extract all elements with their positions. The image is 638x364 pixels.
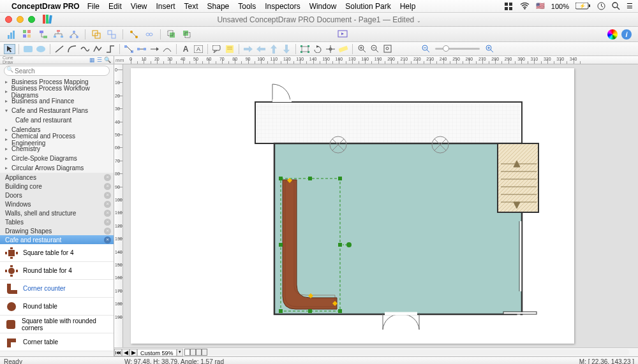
ellipse-tool-icon[interactable] xyxy=(35,44,47,54)
link-icon[interactable] xyxy=(143,29,156,40)
curved-connector-icon[interactable] xyxy=(161,44,173,54)
measure-icon[interactable] xyxy=(338,44,349,54)
lib-item[interactable]: ▸Chemical and Process Engineering xyxy=(0,135,114,144)
search-input[interactable] xyxy=(4,66,110,76)
grid-view-icon[interactable]: ▦ xyxy=(89,57,95,63)
connector-icon[interactable] xyxy=(128,29,140,40)
text-tool-icon[interactable]: A xyxy=(180,44,191,54)
chart-type-1-icon[interactable] xyxy=(6,29,19,40)
shape-corner-table[interactable]: Corner table xyxy=(0,333,114,351)
text-box-icon[interactable]: A xyxy=(193,44,204,54)
horizontal-scrollbar[interactable]: ⏮ ◀ ▶ Custom 59% ▾ xyxy=(114,347,638,356)
spotlight-icon[interactable] xyxy=(612,2,620,10)
shape-corner-counter[interactable]: Corner counter xyxy=(0,280,114,298)
menu-extras-icon[interactable]: ☰ xyxy=(627,2,633,10)
close-icon[interactable]: × xyxy=(104,174,111,181)
send-back-icon[interactable] xyxy=(165,29,178,40)
page-next-button[interactable]: ▶ xyxy=(130,349,137,356)
menu-edit[interactable]: Edit xyxy=(108,2,122,11)
flag-icon[interactable]: 🇺🇸 xyxy=(536,2,545,10)
zoom-in-icon[interactable] xyxy=(356,44,367,54)
close-icon[interactable]: × xyxy=(104,192,111,199)
lib-category[interactable]: Appliances× xyxy=(0,173,114,182)
close-icon[interactable]: × xyxy=(104,237,111,244)
network-icon[interactable] xyxy=(68,29,80,40)
zoom-in2-icon[interactable] xyxy=(484,44,495,54)
ungroup-icon[interactable] xyxy=(105,29,118,40)
page-thumbs[interactable] xyxy=(184,349,207,356)
arc-tool-icon[interactable] xyxy=(66,44,78,54)
edit-points-icon[interactable] xyxy=(299,44,311,54)
fullscreen-button[interactable] xyxy=(28,16,35,23)
rotate-icon[interactable] xyxy=(312,44,323,54)
lib-category[interactable]: Tables× xyxy=(0,217,114,226)
library-toggle-icon[interactable] xyxy=(43,15,53,25)
minimize-button[interactable] xyxy=(17,16,24,23)
shape-round-table-4[interactable]: Round table for 4 xyxy=(0,262,114,280)
lib-category[interactable]: Windows× xyxy=(0,200,114,208)
page-first-button[interactable]: ⏮ xyxy=(114,349,122,356)
close-icon[interactable]: × xyxy=(104,210,111,217)
zoom-slider[interactable] xyxy=(435,48,480,50)
arrow-connector-icon[interactable] xyxy=(149,44,160,54)
color-wheel-icon[interactable] xyxy=(607,29,618,40)
menu-text[interactable]: Text xyxy=(184,2,198,11)
timemachine-icon[interactable] xyxy=(597,2,605,10)
smart-connector-icon[interactable] xyxy=(123,44,135,54)
pointer-tool-icon[interactable] xyxy=(4,44,15,54)
zoom-out-icon[interactable] xyxy=(369,44,380,54)
zoom-out2-icon[interactable] xyxy=(420,44,431,54)
close-icon[interactable]: × xyxy=(104,228,111,235)
menu-window[interactable]: Window xyxy=(309,2,337,11)
lib-category[interactable]: Doors× xyxy=(0,191,114,200)
lib-category[interactable]: Drawing Shapes× xyxy=(0,226,114,235)
menu-help[interactable]: Help xyxy=(400,2,416,11)
close-icon[interactable]: × xyxy=(104,201,111,208)
menu-view[interactable]: View xyxy=(131,2,147,11)
presentation-icon[interactable] xyxy=(336,29,349,40)
menu-inspectors[interactable]: Inspectors xyxy=(265,2,300,11)
flowchart-icon[interactable] xyxy=(37,29,50,40)
group-icon[interactable] xyxy=(90,29,103,40)
zoom-dropdown[interactable]: ▾ xyxy=(177,349,183,356)
lib-item[interactable]: ▸Circle-Spoke Diagrams xyxy=(0,154,114,163)
wifi-icon[interactable] xyxy=(520,3,530,10)
lib-item[interactable]: ▸Business Process Workflow Diagrams xyxy=(0,87,114,96)
lib-category-selected[interactable]: Cafe and restaurant× xyxy=(0,235,114,244)
battery-icon[interactable]: ⚡ xyxy=(575,3,591,10)
close-icon[interactable]: × xyxy=(104,183,111,190)
zoom-display[interactable]: Custom 59% xyxy=(137,349,177,356)
orgchart-icon[interactable] xyxy=(52,29,65,40)
lib-subitem[interactable]: Cafe and restaurant xyxy=(0,115,114,125)
direct-connector-icon[interactable] xyxy=(136,44,147,54)
info-icon[interactable]: i xyxy=(621,29,632,40)
shape-round-table[interactable]: Round table xyxy=(0,298,114,316)
shape-square-table-4[interactable]: Square table for 4 xyxy=(0,244,114,262)
shape-square-rounded[interactable]: Square table with rounded corners xyxy=(0,316,114,333)
arrow-left-icon[interactable] xyxy=(255,44,267,54)
snap-icon[interactable] xyxy=(325,44,336,54)
arrow-right-icon[interactable] xyxy=(242,44,254,54)
zoom-fit-icon[interactable] xyxy=(382,44,393,54)
menu-solution-park[interactable]: Solution Park xyxy=(345,2,390,11)
callout-tool-icon[interactable] xyxy=(211,44,223,54)
lib-category[interactable]: Walls, shell and structure× xyxy=(0,208,114,217)
page-prev-button[interactable]: ◀ xyxy=(122,349,130,356)
close-button[interactable] xyxy=(5,16,12,23)
horizontal-ruler[interactable]: mm 0102030405060708090100110120130140150… xyxy=(114,56,638,64)
rect-tool-icon[interactable] xyxy=(22,44,34,54)
lib-category[interactable]: Building core× xyxy=(0,182,114,191)
close-icon[interactable]: × xyxy=(104,219,111,226)
menu-file[interactable]: File xyxy=(87,2,100,11)
arrow-down-icon[interactable] xyxy=(281,44,292,54)
menu-tools[interactable]: Tools xyxy=(238,2,256,11)
menu-insert[interactable]: Insert xyxy=(156,2,175,11)
menu-shape[interactable]: Shape xyxy=(207,2,230,11)
polyline-tool-icon[interactable] xyxy=(92,44,103,54)
line-tool-icon[interactable] xyxy=(54,44,65,54)
arrow-up-icon[interactable] xyxy=(268,44,279,54)
search-toggle-icon[interactable]: 🔍 xyxy=(104,57,111,63)
vertical-ruler[interactable]: 0102030405060708090100110120130140150160… xyxy=(114,64,123,347)
drawing-canvas[interactable] xyxy=(123,64,638,347)
chart-type-2-icon[interactable] xyxy=(22,29,34,40)
